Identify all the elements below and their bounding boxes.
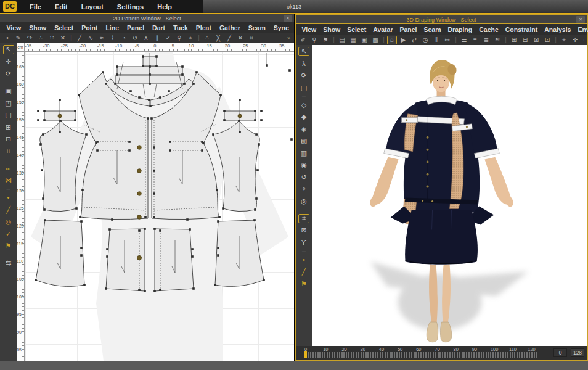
- window-layout-1-icon[interactable]: ⊞: [509, 36, 519, 44]
- draping-menu-item[interactable]: Analysis: [541, 26, 574, 33]
- draping-menu-item[interactable]: Environment: [574, 26, 588, 33]
- spline-tool-icon[interactable]: ⌇: [108, 34, 118, 43]
- view-right-icon[interactable]: ▧: [298, 136, 309, 146]
- link-points-tool-icon[interactable]: ∞: [3, 164, 14, 173]
- unlink-points-tool-icon[interactable]: ⋈: [3, 176, 14, 185]
- grainline-tool-icon[interactable]: ╱: [3, 205, 14, 215]
- window-layout-3-icon[interactable]: ⊠: [531, 36, 541, 44]
- sync-2d-select-tool-icon[interactable]: ⌗: [298, 214, 309, 223]
- curve-tool-icon[interactable]: ≈: [97, 34, 107, 43]
- annotate-flag-tool-icon[interactable]: ⚑: [3, 241, 14, 250]
- render-panel-icon[interactable]: ▣: [359, 36, 369, 44]
- view-iso-icon[interactable]: ◉: [298, 160, 309, 170]
- window-layout-4-icon[interactable]: ⊡: [542, 36, 552, 44]
- pattern-menu-item[interactable]: Panel: [123, 24, 149, 31]
- close-icon[interactable]: ✕: [284, 15, 292, 22]
- notch-tool-icon[interactable]: •: [3, 193, 14, 202]
- frame-selection-icon[interactable]: ⌖: [298, 184, 309, 194]
- frame-count-value[interactable]: 128: [571, 348, 584, 357]
- pause-simulation-icon[interactable]: ‖: [431, 36, 441, 44]
- draping-menu-item[interactable]: Show: [320, 26, 344, 33]
- axis-line-tool-icon[interactable]: ⚲: [174, 34, 184, 43]
- pattern-menu-item[interactable]: Show: [25, 24, 51, 31]
- pin-flag-tool-icon[interactable]: ⚑: [298, 279, 309, 289]
- pattern-menu-item[interactable]: Pleat: [192, 24, 215, 31]
- button-tool-icon[interactable]: ◎: [3, 217, 14, 226]
- zoom-area-icon[interactable]: ◎: [298, 197, 309, 206]
- avatar-pose-tool-icon[interactable]: λ: [298, 59, 309, 68]
- merge-points-tool-icon[interactable]: ∴: [202, 34, 212, 43]
- reset-view-home-icon[interactable]: ⌂: [387, 36, 397, 44]
- step-forward-icon[interactable]: ↦: [443, 36, 452, 44]
- simulate-timer-icon[interactable]: ◷: [420, 36, 430, 44]
- drape-preset-3-icon[interactable]: ≣: [481, 36, 491, 44]
- plane-tool-icon[interactable]: ▢: [298, 83, 309, 92]
- view-back-icon[interactable]: ◆: [298, 112, 309, 121]
- panel-list-icon[interactable]: ▤: [337, 36, 347, 44]
- pin-point-tool-icon[interactable]: •: [298, 255, 309, 265]
- view-left-icon[interactable]: ◈: [298, 125, 309, 134]
- measure-tool-icon[interactable]: ✓: [3, 229, 14, 239]
- window-layout-2-icon[interactable]: ⊟: [520, 36, 530, 44]
- pin-line-tool-icon[interactable]: ⌖: [186, 34, 195, 43]
- pin-tool-icon[interactable]: ⚲: [309, 36, 319, 44]
- pattern-menu-item[interactable]: Dart: [149, 24, 169, 31]
- transform-box-tool-icon[interactable]: ▣: [3, 86, 14, 96]
- avatar-head[interactable]: [430, 60, 458, 99]
- drape-preset-4-icon[interactable]: ≋: [492, 36, 502, 44]
- mesh-select-tool-icon[interactable]: ⊠: [298, 226, 309, 235]
- walk-avatar-tool-icon[interactable]: ϒ: [298, 238, 309, 247]
- pattern-menu-item[interactable]: Select: [51, 24, 78, 31]
- attach-tool-icon[interactable]: ⚑: [321, 36, 330, 44]
- animation-panel-icon[interactable]: ▦: [348, 36, 358, 44]
- grid-panel-icon[interactable]: ▩: [370, 36, 380, 44]
- view-top-icon[interactable]: ▥: [298, 149, 309, 158]
- orbit-camera-icon[interactable]: ↺: [298, 173, 309, 182]
- current-frame-value[interactable]: 0: [553, 348, 567, 357]
- draping-menu-item[interactable]: Panel: [396, 26, 420, 33]
- pattern-window-titlebar[interactable]: 2D Pattern Window - Select ✕: [0, 14, 294, 22]
- draping-menu-item[interactable]: Avatar: [370, 26, 396, 33]
- group-scale-tool-icon[interactable]: ⌗: [3, 147, 14, 156]
- pattern-menu-item[interactable]: Sync: [269, 24, 293, 31]
- intersect-tool-icon[interactable]: ✕: [235, 34, 245, 43]
- draping-menu-item[interactable]: Seam: [420, 26, 444, 33]
- line-tool-icon[interactable]: ╱: [75, 34, 84, 43]
- view-front-icon[interactable]: ◇: [298, 101, 309, 110]
- timeline-playhead[interactable]: [304, 352, 307, 358]
- garment-skirt[interactable]: [405, 210, 478, 264]
- pin-line-tool-icon[interactable]: ╱: [298, 267, 309, 276]
- move-tool-icon[interactable]: ✛: [3, 57, 14, 67]
- drape-preset-1-icon[interactable]: ☰: [459, 36, 469, 44]
- align-points-tool-icon[interactable]: ∷: [47, 34, 57, 43]
- play-simulation-icon[interactable]: ▶: [398, 36, 408, 44]
- angle-line-tool-icon[interactable]: ∧: [141, 34, 151, 43]
- toolbar-overflow-icon[interactable]: »: [286, 35, 292, 41]
- draping-canvas[interactable]: [312, 45, 587, 346]
- free-transform-tool-icon[interactable]: ◳: [3, 99, 14, 108]
- draping-menu-item[interactable]: View: [298, 26, 320, 33]
- pattern-menu-item[interactable]: Point: [78, 24, 102, 31]
- pattern-menu-item[interactable]: View: [2, 24, 25, 31]
- pattern-menu-item[interactable]: Gather: [215, 24, 244, 31]
- swap-panel-tool-icon[interactable]: ⇆: [3, 258, 14, 268]
- move-point-tool-icon[interactable]: ✎: [14, 34, 23, 43]
- pattern-menu-item[interactable]: Tuck: [169, 24, 192, 31]
- parallel-line-tool-icon[interactable]: ∥: [152, 34, 162, 43]
- check-line-tool-icon[interactable]: ✓: [163, 34, 173, 43]
- add-point-tool-icon[interactable]: ∴: [36, 34, 46, 43]
- rotate-view-tool-icon[interactable]: ⟳: [298, 71, 309, 80]
- select-point-tool-icon[interactable]: •: [2, 34, 12, 43]
- garment-top[interactable]: [384, 96, 500, 226]
- paint-fabric-tool-icon[interactable]: ✑: [581, 36, 584, 44]
- refresh-drape-icon[interactable]: ⇄: [409, 36, 419, 44]
- drape-preset-2-icon[interactable]: ≡: [470, 36, 480, 44]
- curve-point-tool-icon[interactable]: ↷: [25, 34, 35, 43]
- draping-menu-item[interactable]: Select: [344, 26, 370, 33]
- rect-select-tool-icon[interactable]: ▢: [3, 110, 14, 120]
- rotate-tool-icon[interactable]: ⟳: [3, 69, 14, 78]
- draping-menu-item[interactable]: Constraint: [502, 26, 541, 33]
- extend-line-tool-icon[interactable]: ╱: [224, 34, 234, 43]
- delete-point-tool-icon[interactable]: ✕: [58, 34, 68, 43]
- pattern-canvas[interactable]: [25, 52, 294, 361]
